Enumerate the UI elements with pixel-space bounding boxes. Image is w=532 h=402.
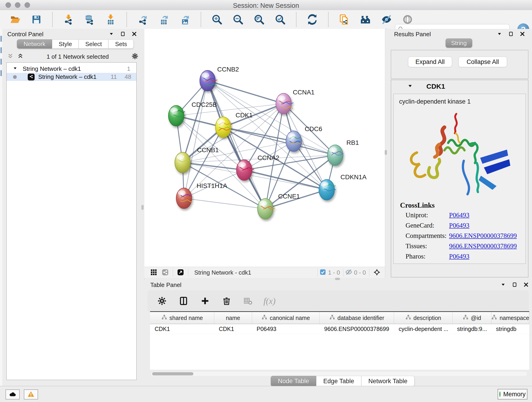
export-image-button[interactable] <box>179 13 191 26</box>
network-edge[interactable] <box>208 81 265 209</box>
crosslink-value-link[interactable]: 9606.ENSP00000378699 <box>449 232 517 240</box>
expand-all-networks-button[interactable] <box>17 53 24 61</box>
crosslink-value-link[interactable]: 9606.ENSP00000378699 <box>449 242 517 250</box>
panel-float-button[interactable] <box>508 31 514 38</box>
collapse-all-networks-button[interactable] <box>7 53 14 61</box>
hidden-eye-icon[interactable] <box>345 269 352 276</box>
open-file-button[interactable] <box>9 13 22 26</box>
zoom-fit-button[interactable] <box>253 13 265 26</box>
panel-close-button[interactable] <box>132 31 137 38</box>
network-node[interactable] <box>215 117 231 138</box>
network-edge[interactable] <box>183 162 244 170</box>
table-row[interactable]: CDK1CDK1P064939606.ENSP00000378699cyclin… <box>150 324 529 334</box>
network-collection-row[interactable]: String Network – cdk1 1 <box>7 65 136 73</box>
column-header-database-identifier[interactable]: database identifier <box>320 312 394 324</box>
table-horizontal-scrollbar[interactable] <box>151 372 527 376</box>
protein-header-row[interactable]: CDK1 <box>391 80 528 93</box>
tab-select[interactable]: Select <box>79 39 108 49</box>
panel-menu-button[interactable] <box>500 282 506 288</box>
show-columns-button[interactable] <box>177 295 190 307</box>
column-header--id[interactable]: @id <box>452 312 491 324</box>
column-header-description[interactable]: description <box>394 312 452 324</box>
table-cell[interactable]: CDK1 <box>150 324 214 334</box>
zoom-out-button[interactable] <box>232 13 244 26</box>
panel-close-button[interactable] <box>523 282 529 288</box>
network-node[interactable] <box>175 152 190 173</box>
network-row[interactable]: String Network – cdk1 11 48 <box>7 73 136 81</box>
network-edge[interactable] <box>208 81 284 104</box>
memory-button[interactable]: Memory <box>498 389 527 400</box>
network-canvas[interactable]: CCNB2 CCNA1 CDC25B CDK1 CDC6 RB1 CCNB1 C… <box>144 29 385 267</box>
share-gray-icon <box>162 269 169 276</box>
delete-table-button[interactable] <box>242 295 254 307</box>
cloud-button[interactable] <box>6 389 20 400</box>
delete-column-button[interactable] <box>220 295 233 307</box>
create-column-button[interactable] <box>199 295 211 307</box>
panel-float-button[interactable] <box>512 282 517 288</box>
first-neighbors-button[interactable] <box>359 13 372 26</box>
table-cell[interactable]: CDK1 <box>214 324 252 334</box>
column-header-name[interactable]: name <box>214 312 252 324</box>
table-cell[interactable]: cyclin-dependent ... <box>394 324 452 334</box>
network-node[interactable] <box>319 179 336 200</box>
apply-layout-button[interactable] <box>306 13 318 26</box>
function-builder-button[interactable]: f(x) <box>264 296 276 306</box>
network-edge[interactable] <box>244 170 327 190</box>
panel-close-button[interactable] <box>520 31 525 38</box>
crosslink-value-link[interactable]: P06493 <box>449 222 469 229</box>
export-network-button[interactable] <box>137 13 149 26</box>
column-header-shared-name[interactable]: shared name <box>150 312 214 324</box>
expand-all-button[interactable]: Expand All <box>408 57 452 67</box>
fit-selected-crosshair-button[interactable] <box>371 269 383 276</box>
collection-caret-icon[interactable] <box>13 65 18 72</box>
network-options-button[interactable] <box>132 53 138 61</box>
panel-menu-button[interactable] <box>497 31 502 38</box>
crosslink-value-link[interactable]: P06493 <box>449 211 469 219</box>
zoom-in-button[interactable] <box>211 13 223 26</box>
warnings-button[interactable] <box>24 389 38 400</box>
tab-edge-table[interactable]: Edge Table <box>316 376 361 386</box>
panel-menu-button[interactable] <box>109 31 114 38</box>
import-network-button[interactable] <box>62 13 75 26</box>
collapse-all-button[interactable]: Collapse All <box>458 57 507 67</box>
crosslink-value-link[interactable]: P06493 <box>449 253 469 260</box>
show-all-button[interactable] <box>401 13 414 26</box>
import-network-database-button[interactable] <box>83 13 96 26</box>
string-view-button[interactable] <box>159 269 171 276</box>
tab-network-table[interactable]: Network Table <box>361 376 415 386</box>
network-edge[interactable] <box>184 81 208 198</box>
birdseye-grid-button[interactable] <box>148 269 159 276</box>
selected-checkbox-icon[interactable] <box>319 269 326 276</box>
network-node[interactable] <box>200 70 217 91</box>
collapse-caret-icon[interactable] <box>391 83 413 90</box>
table-cell[interactable]: stringdb:9... <box>452 324 491 334</box>
tab-style[interactable]: Style <box>52 39 79 49</box>
open-in-browser-button[interactable] <box>175 269 186 276</box>
table-cell[interactable]: 9606.ENSP00000378699 <box>320 324 394 334</box>
tab-node-table[interactable]: Node Table <box>271 376 316 386</box>
table-cell[interactable]: P06493 <box>252 324 320 334</box>
clone-network-button[interactable] <box>338 13 351 26</box>
column-header-canonical-name[interactable]: canonical name <box>252 312 320 324</box>
table-cell[interactable]: stringdb <box>491 324 529 334</box>
tab-sets[interactable]: Sets <box>108 39 133 49</box>
panel-float-button[interactable] <box>120 31 126 38</box>
save-session-button[interactable] <box>30 13 43 26</box>
network-node[interactable] <box>286 131 302 152</box>
import-table-button[interactable] <box>104 13 117 26</box>
network-node[interactable] <box>258 198 275 219</box>
vertical-splitter-handle[interactable] <box>385 150 387 155</box>
horizontal-splitter-handle[interactable] <box>335 278 340 280</box>
export-table-button[interactable] <box>158 13 170 26</box>
network-node[interactable] <box>176 188 192 209</box>
hide-selected-button[interactable] <box>380 13 393 26</box>
column-header-namespace[interactable]: namespace <box>491 312 529 324</box>
table-settings-button[interactable] <box>156 295 168 307</box>
scrollbar-thumb[interactable] <box>152 372 193 375</box>
tab-network[interactable]: Network <box>17 39 52 49</box>
vertical-splitter-handle[interactable] <box>141 205 144 210</box>
network-edge[interactable] <box>184 198 265 209</box>
network-node[interactable] <box>327 145 343 166</box>
zoom-selected-button[interactable] <box>274 13 286 26</box>
tab-string[interactable]: String <box>446 38 472 48</box>
